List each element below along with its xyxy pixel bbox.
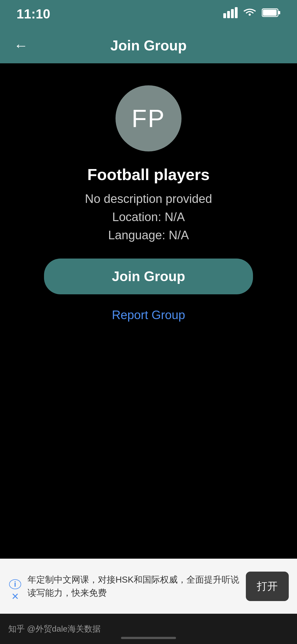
group-name: Football players bbox=[87, 165, 210, 184]
svg-rect-1 bbox=[227, 11, 230, 18]
status-icons bbox=[223, 7, 280, 21]
main-content: FP Football players No description provi… bbox=[0, 63, 297, 322]
signal-icon bbox=[223, 7, 238, 21]
info-circle-icon: i bbox=[9, 579, 21, 589]
nav-title: Join Group bbox=[110, 37, 186, 54]
report-group-link[interactable]: Report Group bbox=[112, 308, 185, 322]
avatar-initials: FP bbox=[131, 104, 165, 133]
ad-banner: i ✕ 年定制中文网课，对接HSK和国际权威，全面提升听说读写能力，快来免费 打… bbox=[0, 559, 297, 614]
wifi-icon bbox=[243, 7, 257, 20]
join-group-button[interactable]: Join Group bbox=[44, 259, 253, 294]
nav-bar: ← Join Group bbox=[0, 28, 297, 63]
back-arrow-icon: ← bbox=[14, 37, 28, 54]
group-language: Language: N/A bbox=[108, 228, 189, 242]
bottom-branding: 知乎 @外贸dale海关数据 bbox=[8, 623, 101, 635]
ad-text: 年定制中文网课，对接HSK和国际权威，全面提升听说读写能力，快来免费 bbox=[28, 573, 240, 599]
ad-open-button[interactable]: 打开 bbox=[246, 572, 289, 601]
ad-info-icon: i ✕ bbox=[8, 579, 22, 593]
bottom-bar: 知乎 @外贸dale海关数据 bbox=[0, 614, 297, 644]
group-description: No description provided bbox=[85, 192, 212, 206]
status-bar: 11:10 bbox=[0, 0, 297, 28]
svg-rect-5 bbox=[278, 11, 280, 14]
svg-rect-6 bbox=[263, 10, 277, 16]
back-button[interactable]: ← bbox=[14, 37, 28, 54]
battery-icon bbox=[262, 8, 280, 20]
group-location: Location: N/A bbox=[112, 210, 185, 224]
status-time: 11:10 bbox=[16, 6, 50, 21]
group-avatar: FP bbox=[116, 85, 182, 151]
svg-rect-3 bbox=[235, 7, 238, 18]
ad-close-icon[interactable]: ✕ bbox=[11, 591, 19, 602]
home-indicator bbox=[121, 637, 176, 639]
svg-rect-2 bbox=[231, 9, 234, 18]
svg-rect-0 bbox=[223, 13, 226, 18]
